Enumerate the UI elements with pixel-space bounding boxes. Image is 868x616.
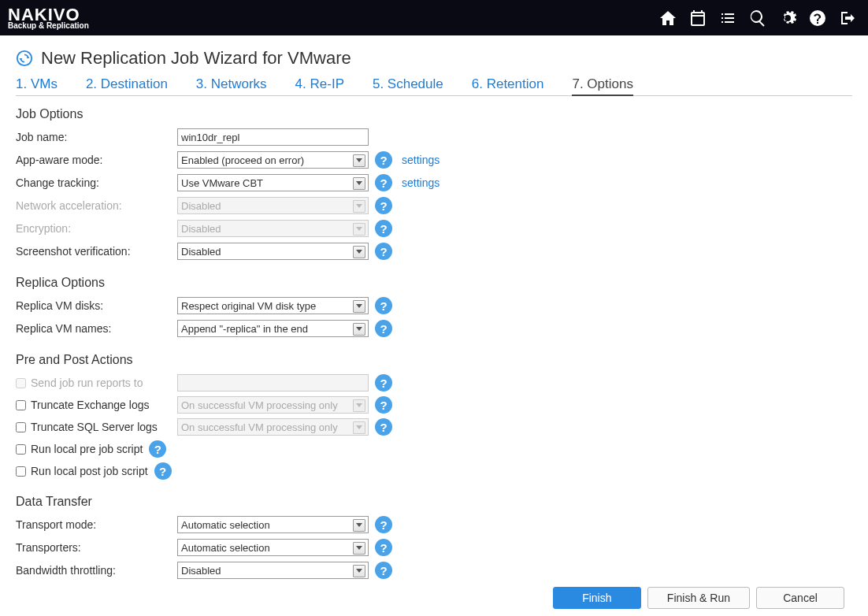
row-transporters: Transporters: ?: [16, 536, 852, 558]
row-bandwidth: Bandwidth throttling: ?: [16, 559, 852, 581]
row-transport: Transport mode: ?: [16, 514, 852, 536]
transporters-select[interactable]: [177, 539, 369, 556]
logout-icon[interactable]: [838, 9, 857, 28]
tab-schedule[interactable]: 5. Schedule: [373, 76, 443, 92]
help-icon[interactable]: ?: [375, 320, 392, 337]
cancel-button[interactable]: Cancel: [756, 587, 844, 609]
label-trunc-exchange: Truncate Exchange logs: [31, 399, 177, 411]
net-accel-select: [177, 197, 369, 214]
row-trunc-exchange: Truncate Exchange logs ?: [16, 394, 852, 416]
help-icon[interactable]: ?: [149, 440, 166, 458]
row-trunc-sql: Truncate SQL Server logs ?: [16, 416, 852, 438]
section-pre-post: Pre and Post Actions: [16, 353, 852, 367]
change-tracking-settings-link[interactable]: settings: [402, 176, 440, 189]
row-change-tracking: Change tracking: ? settings: [16, 172, 852, 194]
tab-reip[interactable]: 4. Re-IP: [295, 76, 344, 92]
label-job-name: Job name:: [16, 131, 177, 143]
gear-icon[interactable]: [778, 9, 797, 28]
row-job-name: Job name:: [16, 126, 852, 148]
section-data-transfer: Data Transfer: [16, 495, 852, 509]
tab-options[interactable]: 7. Options: [572, 76, 633, 96]
help-icon[interactable]: ?: [375, 539, 392, 556]
label-app-aware: App-aware mode:: [16, 154, 177, 166]
tab-retention[interactable]: 6. Retention: [472, 76, 544, 92]
label-screenshot: Screenshot verification:: [16, 245, 177, 258]
row-replica-disks: Replica VM disks: ?: [16, 295, 852, 317]
main-content: New Replication Job Wizard for VMware 1.…: [0, 35, 868, 581]
label-transport: Transport mode:: [16, 518, 177, 531]
row-encryption: Encryption: ?: [16, 217, 852, 239]
help-icon[interactable]: ?: [154, 462, 172, 480]
row-net-accel: Network acceleration: ?: [16, 195, 852, 217]
section-job-options: Job Options: [16, 107, 852, 121]
row-screenshot: Screenshot verification: ?: [16, 240, 852, 262]
row-pre-script: Run local pre job script ?: [16, 438, 852, 460]
row-send-reports: Send job run reports to ?: [16, 372, 852, 394]
trunc-exchange-select: [177, 396, 369, 414]
finish-button[interactable]: Finish: [553, 587, 641, 609]
change-tracking-select[interactable]: [177, 174, 369, 191]
help-icon[interactable]: ?: [375, 220, 392, 237]
row-post-script: Run local post job script ?: [16, 460, 852, 482]
help-icon[interactable]: ?: [375, 374, 392, 391]
label-send-reports: Send job run reports to: [31, 377, 177, 389]
section-replica-options: Replica Options: [16, 276, 852, 290]
wizard-footer: Finish Finish & Run Cancel: [0, 580, 868, 616]
job-name-input[interactable]: [177, 128, 369, 146]
label-trunc-sql: Truncate SQL Server logs: [31, 421, 177, 433]
finish-run-button[interactable]: Finish & Run: [647, 587, 750, 609]
replica-disks-select[interactable]: [177, 297, 369, 314]
brand-sub: Backup & Replication: [8, 22, 89, 30]
app-header: NAKIVO Backup & Replication: [0, 0, 868, 35]
app-aware-select[interactable]: [177, 151, 369, 169]
trunc-sql-select: [177, 418, 369, 436]
search-icon[interactable]: [748, 9, 767, 28]
help-icon[interactable]: ?: [375, 151, 392, 169]
app-aware-settings-link[interactable]: settings: [402, 154, 440, 166]
calendar-icon[interactable]: [688, 9, 707, 28]
list-icon[interactable]: [718, 9, 737, 28]
transport-select[interactable]: [177, 516, 369, 533]
label-bandwidth: Bandwidth throttling:: [16, 564, 177, 577]
help-icon[interactable]: ?: [375, 562, 392, 579]
label-transporters: Transporters:: [16, 541, 177, 554]
label-change-tracking: Change tracking:: [16, 176, 177, 189]
help-icon[interactable]: ?: [375, 418, 392, 436]
help-icon[interactable]: [808, 9, 827, 28]
label-pre-script: Run local pre job script: [31, 443, 143, 455]
page-title-row: New Replication Job Wizard for VMware: [16, 48, 852, 69]
page-title: New Replication Job Wizard for VMware: [41, 48, 351, 69]
header-toolbar: [658, 9, 857, 28]
row-replica-names: Replica VM names: ?: [16, 317, 852, 340]
post-script-checkbox[interactable]: [16, 466, 26, 477]
tab-vms[interactable]: 1. VMs: [16, 76, 57, 92]
brand-logo: NAKIVO Backup & Replication: [8, 6, 89, 30]
tab-networks[interactable]: 3. Networks: [196, 76, 267, 92]
label-replica-disks: Replica VM disks:: [16, 299, 177, 312]
trunc-exchange-checkbox[interactable]: [16, 400, 26, 410]
home-icon[interactable]: [658, 9, 677, 28]
tab-destination[interactable]: 2. Destination: [86, 76, 168, 92]
help-icon[interactable]: ?: [375, 516, 392, 533]
trunc-sql-checkbox[interactable]: [16, 422, 26, 432]
pre-script-checkbox[interactable]: [16, 444, 26, 455]
help-icon[interactable]: ?: [375, 243, 392, 260]
replica-names-select[interactable]: [177, 320, 369, 337]
row-app-aware: App-aware mode: ? settings: [16, 149, 852, 171]
replication-icon: [16, 50, 33, 67]
bandwidth-select[interactable]: [177, 562, 369, 579]
help-icon[interactable]: ?: [375, 197, 392, 214]
encryption-select: [177, 220, 369, 237]
label-replica-names: Replica VM names:: [16, 322, 177, 335]
label-post-script: Run local post job script: [31, 465, 148, 477]
help-icon[interactable]: ?: [375, 396, 392, 414]
label-encryption: Encryption:: [16, 222, 177, 235]
label-net-accel: Network acceleration:: [16, 199, 177, 212]
screenshot-select[interactable]: [177, 243, 369, 260]
help-icon[interactable]: ?: [375, 297, 392, 314]
send-reports-checkbox: [16, 378, 26, 388]
help-icon[interactable]: ?: [375, 174, 392, 191]
send-reports-input: [177, 374, 369, 391]
wizard-tabs: 1. VMs 2. Destination 3. Networks 4. Re-…: [16, 76, 852, 96]
